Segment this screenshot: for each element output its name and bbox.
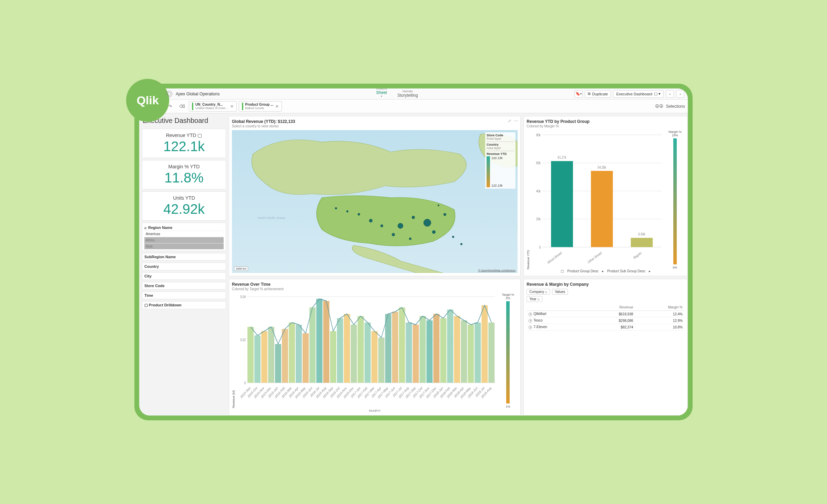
search-icon: ⌕	[144, 225, 147, 230]
tab-narrate[interactable]: Narrate Storytelling	[397, 90, 418, 98]
bar-chart[interactable]: 61.27k54.28k6.59k Sliced BreadOther Brea…	[530, 130, 665, 269]
list-item[interactable]: Africa	[144, 237, 224, 243]
filter-subregion[interactable]: SubRegion Name	[142, 253, 226, 261]
svg-text:0: 0	[539, 245, 541, 249]
svg-rect-51	[447, 310, 453, 383]
svg-rect-38	[358, 316, 364, 383]
svg-text:54.28k: 54.28k	[598, 165, 606, 169]
svg-rect-47	[420, 316, 426, 383]
table-panel[interactable]: Revenue & Margin by Company Company ⌕ Va…	[523, 279, 688, 416]
svg-rect-45	[406, 323, 412, 383]
sheet-dropdown[interactable]: Executive Dashboard ▢ ▾	[613, 90, 664, 98]
bar-panel[interactable]: Revenue YTD by Product Group Colored by …	[523, 116, 688, 276]
svg-rect-40	[371, 331, 378, 383]
list-item[interactable]: Americas	[144, 231, 224, 237]
pill-values[interactable]: Values	[552, 289, 568, 295]
svg-rect-35	[337, 318, 343, 383]
svg-text:40k: 40k	[536, 189, 541, 193]
filter-region[interactable]: ⌕Region Name Americas Africa Asia	[142, 223, 226, 251]
svg-rect-44	[399, 307, 405, 383]
duplicate-button[interactable]: ⧉ Duplicate	[585, 90, 611, 98]
area-title: Revenue Over Time	[232, 282, 518, 287]
kpi-margin[interactable]: Margin % YTD 11.8%	[142, 160, 226, 189]
table-title: Revenue & Margin by Company	[527, 282, 685, 287]
selection-chip-product-group[interactable]: Product Group ... Baked Goods ✕	[239, 101, 282, 112]
svg-rect-39	[365, 323, 371, 383]
svg-rect-25	[268, 327, 274, 383]
svg-rect-54	[468, 325, 474, 383]
top-toolbar: ≡ ▾ Apex Global Operations Analyze Sheet…	[139, 88, 688, 99]
svg-rect-36	[344, 314, 350, 383]
svg-text:60k: 60k	[536, 161, 541, 165]
svg-text:61.27k: 61.27k	[558, 155, 566, 159]
svg-rect-5	[551, 161, 573, 247]
bar-y-axis-label: Revenue YTD	[527, 130, 530, 269]
kpi-units[interactable]: Units YTD 42.92k	[142, 191, 226, 221]
tab-analyze[interactable]: Analyze Sheet ▾	[376, 88, 387, 101]
svg-rect-23	[254, 336, 261, 383]
svg-rect-34	[330, 331, 336, 383]
svg-rect-26	[275, 344, 281, 383]
next-sheet-button[interactable]: ›	[676, 90, 684, 98]
svg-text:Other Bread: Other Bread	[587, 251, 602, 264]
bar-drill[interactable]: ▢ Product Group Desc ▸ Product Sub Group…	[527, 269, 685, 273]
svg-text:80k: 80k	[536, 133, 541, 137]
map-area[interactable]: North Pacific Ocean	[232, 130, 518, 273]
more-icon[interactable]: ⋯	[514, 118, 518, 123]
map-credit: © OpenStreetMap contributors	[478, 269, 516, 272]
svg-rect-50	[440, 318, 446, 383]
svg-rect-22	[247, 327, 254, 383]
expand-icon[interactable]: ⤢	[508, 118, 511, 123]
svg-rect-41	[378, 338, 385, 383]
prev-sheet-button[interactable]: ‹	[666, 90, 674, 98]
close-icon[interactable]: ✕	[230, 104, 234, 109]
close-icon[interactable]: ✕	[275, 104, 279, 109]
ocean-label: North Pacific Ocean	[258, 216, 285, 220]
clear-selections-button[interactable]: ⌫	[177, 102, 187, 111]
filter-store-code[interactable]: Store Code	[142, 282, 226, 290]
svg-rect-24	[261, 331, 267, 383]
filter-country[interactable]: Country	[142, 263, 226, 270]
svg-rect-9	[631, 238, 653, 247]
area-panel[interactable]: Revenue Over Time Colored by Target % ac…	[229, 279, 521, 416]
list-item[interactable]: Asia	[144, 243, 224, 249]
area-legend: Target % 2% 1%	[498, 293, 518, 408]
table-row[interactable]: +QlikMart$618,93812.4%	[527, 311, 685, 317]
svg-rect-56	[481, 305, 488, 383]
svg-rect-52	[454, 316, 460, 383]
svg-text:6.59k: 6.59k	[639, 232, 645, 236]
svg-text:20k: 20k	[536, 217, 541, 221]
pill-company[interactable]: Company ⌕	[527, 289, 550, 295]
svg-rect-57	[488, 323, 494, 383]
svg-rect-31	[309, 307, 316, 383]
left-column: Executive Dashboard Revenue YTD ▢ 122.1k…	[139, 113, 229, 416]
svg-rect-29	[296, 325, 302, 383]
selection-bar: ⌕ ↶ ↷ ⌫ UN_Country_N... United States of…	[139, 99, 688, 113]
table-row[interactable]: +7-Eleven$82,37410.8%	[527, 324, 685, 330]
table-row[interactable]: +Tesco$298,08612.9%	[527, 317, 685, 324]
pivot-table[interactable]: RevenueMargin % +QlikMart$618,93812.4%+T…	[527, 304, 685, 330]
svg-rect-43	[392, 312, 398, 383]
area-chart[interactable]: 00.020.04 2015-Sep2015-Oct2015-Nov2015-D…	[235, 293, 498, 408]
svg-rect-55	[474, 323, 481, 383]
svg-rect-42	[385, 314, 391, 383]
pill-year[interactable]: Year ⌕	[527, 296, 542, 302]
filter-time[interactable]: Time	[142, 292, 226, 299]
app-name: Apex Global Operations	[176, 92, 219, 96]
selection-chip-country[interactable]: UN_Country_N... United States of Amer...…	[189, 101, 237, 112]
filter-product-drilldown[interactable]: ▢ Product Drilldown	[142, 301, 226, 309]
map-scale: 1000 km	[234, 266, 248, 271]
svg-rect-30	[303, 334, 309, 383]
map-panel[interactable]: Global Revenue (YTD): $122,133 Select a …	[229, 116, 521, 276]
svg-rect-7	[591, 171, 613, 247]
selections-label[interactable]: Selections	[666, 104, 685, 109]
filter-city[interactable]: City	[142, 272, 226, 280]
area-x-axis-label: MonthYr	[232, 409, 518, 412]
selections-icon[interactable]: ⦿⦿	[655, 104, 663, 109]
kpi-revenue[interactable]: Revenue YTD ▢ 122.1k	[142, 129, 226, 158]
svg-rect-48	[427, 321, 433, 383]
svg-rect-53	[461, 321, 467, 383]
bookmark-button[interactable]: 🔖▾	[574, 90, 583, 98]
app-window: ≡ ▾ Apex Global Operations Analyze Sheet…	[139, 88, 688, 416]
bar-title: Revenue YTD by Product Group	[527, 119, 685, 124]
